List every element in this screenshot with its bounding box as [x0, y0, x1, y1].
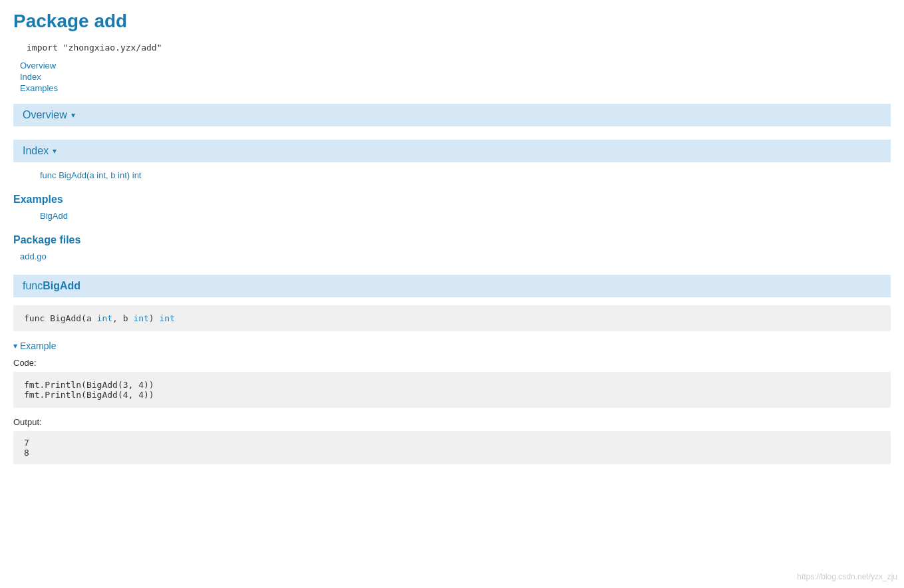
examples-heading: Examples [13, 194, 891, 206]
example-label[interactable]: Example [20, 341, 56, 351]
func-prefix-label: func [23, 280, 43, 292]
nav-link-examples[interactable]: Examples [20, 83, 891, 93]
code-line-2: fmt.Println(BigAdd(4, 4)) [24, 390, 880, 400]
overview-chevron: ▾ [71, 110, 75, 120]
sig-int2: int [133, 313, 148, 323]
output-line-2: 8 [24, 448, 880, 458]
index-header[interactable]: Index ▾ [13, 140, 891, 162]
nav-link-index[interactable]: Index [20, 72, 891, 82]
sig-part3: ) [149, 313, 160, 323]
output-label: Output: [13, 417, 891, 427]
overview-title: Overview [23, 109, 67, 121]
index-title: Index [23, 145, 49, 157]
example-toggle[interactable]: ▾ Example [13, 341, 891, 351]
nav-link-overview[interactable]: Overview [20, 61, 891, 71]
overview-section: Overview ▾ [13, 104, 891, 126]
toggle-arrow-icon: ▾ [13, 341, 17, 351]
example-link-bigadd[interactable]: BigAdd [40, 211, 891, 221]
examples-section: Examples BigAdd [13, 194, 891, 221]
index-section: Index ▾ func BigAdd(a int, b int) int [13, 140, 891, 180]
file-link-add-go[interactable]: add.go [20, 251, 891, 261]
code-label: Code: [13, 358, 891, 368]
example-output-block: 7 8 [13, 431, 891, 464]
sig-part1: func BigAdd(a [24, 313, 97, 323]
output-line-1: 7 [24, 438, 880, 448]
sig-int3: int [160, 313, 175, 323]
sig-int1: int [97, 313, 112, 323]
package-files-section: Package files add.go [13, 234, 891, 261]
func-signature-block: func BigAdd(a int, b int) int [13, 305, 891, 331]
index-chevron: ▾ [53, 146, 57, 156]
sig-part2: , b [112, 313, 133, 323]
index-func-link[interactable]: func BigAdd(a int, b int) int [40, 170, 891, 180]
func-biggadd-header: func BigAdd [13, 275, 891, 297]
example-code-block: fmt.Println(BigAdd(3, 4)) fmt.Println(Bi… [13, 372, 891, 408]
page-title: Package add [13, 11, 891, 32]
func-name-label: BigAdd [43, 280, 80, 292]
overview-header[interactable]: Overview ▾ [13, 104, 891, 126]
package-files-heading: Package files [13, 234, 891, 246]
code-line-1: fmt.Println(BigAdd(3, 4)) [24, 380, 880, 390]
import-statement: import "zhongxiao.yzx/add" [27, 43, 891, 53]
nav-links: Overview Index Examples [20, 61, 891, 93]
